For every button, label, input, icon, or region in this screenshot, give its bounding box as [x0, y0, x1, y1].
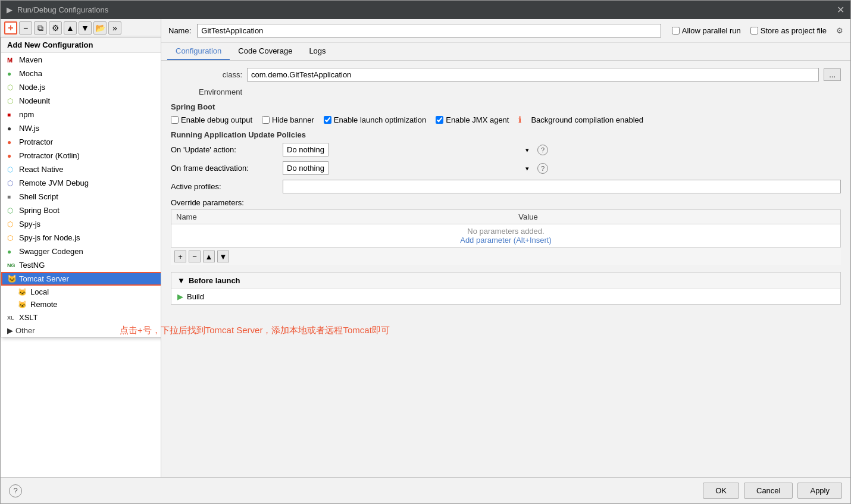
popup-item-tomcat[interactable]: 🐱 Tomcat Server [1, 272, 161, 286]
enable-launch-checkbox[interactable] [324, 116, 331, 124]
frame-deactivation-label: On frame deactivation: [171, 164, 278, 173]
popup-subitem-label: Remote [30, 300, 58, 309]
content-area: class: ... Environment Spring Boot Enabl… [161, 61, 850, 477]
hide-banner-checkbox[interactable] [262, 116, 270, 124]
xslt-icon: XL [7, 315, 15, 321]
enable-jmx-label[interactable]: Enable JMX agent [436, 115, 509, 124]
no-params-row: No parameters added. Add parameter (Alt+… [171, 224, 841, 248]
param-add-button[interactable]: + [174, 251, 186, 262]
folder-button[interactable]: 📂 [93, 21, 107, 35]
param-table: Name Value No parameters added. Add para… [171, 209, 841, 248]
move-down-button[interactable]: ▼ [79, 21, 92, 35]
popup-item-maven[interactable]: M Maven [1, 53, 161, 67]
popup-item-label: Mocha [19, 69, 42, 78]
class-browse-button[interactable]: ... [824, 68, 841, 81]
apply-button[interactable]: Apply [797, 483, 842, 499]
remote-icon: 🐱 [18, 300, 27, 309]
param-value-col: Value [514, 210, 840, 224]
title-bar: ▶ Run/Debug Configurations ✕ [1, 1, 850, 19]
popup-subitem-remote[interactable]: 🐱 Remote [1, 298, 161, 311]
copy-config-button[interactable]: ⧉ [34, 21, 47, 35]
update-action-help[interactable]: ? [537, 145, 548, 155]
popup-item-protractor-kotlin[interactable]: ● Protractor (Kotlin) [1, 149, 161, 162]
popup-item-shell-script[interactable]: ■ Shell Script [1, 190, 161, 204]
popup-title: Add New Configuration [7, 40, 93, 49]
param-down-button[interactable]: ▼ [217, 251, 229, 262]
frame-deactivation-help[interactable]: ? [537, 163, 548, 174]
settings-config-button[interactable]: ⚙ [49, 21, 62, 35]
popup-item-swagger[interactable]: ● Swagger Codegen [1, 245, 161, 258]
param-remove-button[interactable]: − [189, 251, 201, 262]
enable-launch-text: Enable launch optimization [334, 115, 426, 124]
popup-item-protractor[interactable]: ● Protractor [1, 135, 161, 149]
popup-item-label: Swagger Codegen [19, 247, 83, 256]
frame-deactivation-row: On frame deactivation: Do nothing ? [171, 161, 841, 175]
tab-configuration[interactable]: Configuration [167, 43, 230, 60]
override-label: Override parameters: [171, 198, 278, 207]
update-action-label: On 'Update' action: [171, 145, 278, 154]
popup-item-testng[interactable]: NG TestNG [1, 258, 161, 272]
npm-icon: ■ [7, 111, 15, 118]
enable-debug-label[interactable]: Enable debug output [171, 115, 252, 124]
param-up-button[interactable]: ▲ [203, 251, 215, 262]
bottom-bar: ? OK Cancel Apply [1, 477, 850, 503]
tabs-row: Configuration Code Coverage Logs [161, 43, 850, 61]
popup-group-other[interactable]: ▶ Other [1, 324, 161, 337]
enable-jmx-checkbox[interactable] [436, 116, 443, 124]
close-button[interactable]: ✕ [837, 4, 844, 15]
ok-button[interactable]: OK [703, 483, 739, 499]
remove-config-button[interactable]: − [19, 21, 32, 35]
hide-banner-label[interactable]: Hide banner [262, 115, 314, 124]
before-launch-build-item: ▶ Build [171, 289, 840, 304]
cancel-button[interactable]: Cancel [744, 483, 793, 499]
popup-item-nwjs[interactable]: ● NW.js [1, 121, 161, 135]
left-panel: + − ⧉ ⚙ ▲ ▼ 📂 » Add New Configuration ⚙ [1, 19, 161, 477]
add-config-popup: Add New Configuration ⚙ M Maven ● Mocha [1, 37, 161, 337]
protractor-kotlin-icon: ● [7, 152, 15, 160]
store-project-checkbox[interactable] [750, 27, 758, 35]
popup-item-spy-js-nodejs[interactable]: ⬡ Spy-js for Node.js [1, 231, 161, 245]
override-row: Override parameters: [171, 198, 841, 207]
hide-banner-text: Hide banner [272, 115, 314, 124]
allow-parallel-label[interactable]: Allow parallel run [672, 26, 741, 35]
popup-item-mocha[interactable]: ● Mocha [1, 67, 161, 80]
more-button[interactable]: » [108, 21, 121, 35]
popup-item-xslt[interactable]: XL XSLT [1, 311, 161, 324]
spy-js-icon: ⬡ [7, 220, 15, 228]
tab-logs[interactable]: Logs [301, 43, 334, 60]
options-row: Allow parallel run Store as project file… [672, 26, 843, 35]
profiles-input[interactable] [283, 180, 841, 193]
popup-subitem-local[interactable]: 🐱 Local [1, 286, 161, 298]
help-icon-wrapper[interactable]: ? [9, 484, 22, 497]
allow-parallel-checkbox[interactable] [672, 27, 680, 35]
build-icon: ▶ [177, 292, 183, 301]
popup-item-npm[interactable]: ■ npm [1, 108, 161, 121]
popup-item-label: NW.js [19, 124, 39, 133]
popup-item-react-native[interactable]: ⬡ React Native [1, 162, 161, 176]
class-input[interactable] [247, 68, 819, 82]
before-launch-section: ▼ Before launch ▶ Build [171, 272, 841, 305]
popup-item-spring-boot[interactable]: ⬡ Spring Boot [1, 204, 161, 217]
popup-item-remote-jvm[interactable]: ⬡ Remote JVM Debug [1, 176, 161, 190]
dialog-title: Run/Debug Configurations [17, 5, 108, 14]
store-gear-icon[interactable]: ⚙ [836, 26, 843, 35]
add-param-link[interactable]: Add parameter (Alt+Insert) [460, 236, 552, 245]
store-project-label[interactable]: Store as project file [750, 26, 827, 35]
name-input[interactable] [197, 24, 661, 37]
update-action-row: On 'Update' action: Do nothing ? [171, 143, 841, 156]
popup-group-label: Other [15, 326, 35, 335]
popup-item-nodeunit[interactable]: ⬡ Nodeunit [1, 94, 161, 108]
tab-code-coverage[interactable]: Code Coverage [230, 43, 301, 60]
enable-debug-checkbox[interactable] [171, 116, 179, 124]
chevron-right-icon: ▶ [7, 326, 13, 335]
update-action-select[interactable]: Do nothing [283, 143, 328, 156]
add-config-button[interactable]: + [4, 21, 17, 35]
move-up-button[interactable]: ▲ [64, 21, 77, 35]
local-icon: 🐱 [18, 288, 27, 296]
popup-item-nodejs[interactable]: ⬡ Node.js [1, 80, 161, 94]
enable-launch-label[interactable]: Enable launch optimization [324, 115, 426, 124]
enable-jmx-text: Enable JMX agent [446, 115, 509, 124]
popup-item-spy-js[interactable]: ⬡ Spy-js [1, 217, 161, 231]
frame-deactivation-select[interactable]: Do nothing [283, 161, 328, 175]
nodejs-icon: ⬡ [7, 83, 15, 92]
